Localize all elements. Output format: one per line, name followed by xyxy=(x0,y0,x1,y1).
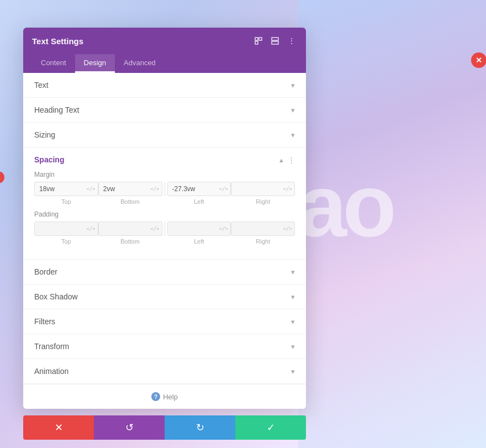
padding-left-half: </> </> xyxy=(34,222,162,236)
undo-button[interactable]: ↺ xyxy=(94,415,165,440)
tab-design[interactable]: Design xyxy=(75,54,115,73)
section-transform[interactable]: Transform ▾ xyxy=(23,334,306,359)
chevron-animation-icon: ▾ xyxy=(291,367,295,376)
chevron-heading-icon: ▾ xyxy=(291,106,295,114)
padding-right-css-icon[interactable]: </> xyxy=(283,226,292,231)
tab-content[interactable]: Content xyxy=(32,54,75,73)
margin-bottom-css-icon[interactable]: </> xyxy=(150,186,159,192)
section-filters-label: Filters xyxy=(34,317,55,326)
padding-left-wrap: </> xyxy=(167,222,231,236)
padding-right-label: Right xyxy=(231,238,295,245)
padding-top-css-icon[interactable]: </> xyxy=(86,226,95,231)
margin-left-label: Left xyxy=(167,198,231,205)
padding-left-css-icon[interactable]: </> xyxy=(219,226,228,231)
bottom-toolbar: ✕ ↺ ↻ ✓ xyxy=(23,415,306,440)
text-settings-panel: Text Settings ⋮ Content Design Advanced xyxy=(23,28,306,409)
help-icon: ? xyxy=(151,392,160,401)
section-filters[interactable]: Filters ▾ xyxy=(23,309,306,334)
chevron-sizing-icon: ▾ xyxy=(291,131,295,139)
padding-divider xyxy=(165,222,165,236)
margin-labels-left: Top Bottom xyxy=(34,198,162,205)
padding-top-label: Top xyxy=(34,238,98,245)
background-text: ao xyxy=(298,155,392,256)
padding-labels-left: Top Bottom xyxy=(34,238,162,245)
section-border-label: Border xyxy=(34,267,57,276)
help-row: ? Help xyxy=(23,384,306,409)
cancel-icon: ✕ xyxy=(55,421,63,434)
redo-icon: ↻ xyxy=(196,421,204,434)
panel-title: Text Settings xyxy=(32,36,83,46)
cancel-button[interactable]: ✕ xyxy=(23,415,94,440)
padding-bottom-label: Bottom xyxy=(98,238,162,245)
section-heading-text[interactable]: Heading Text ▾ xyxy=(23,98,306,123)
margin-top-wrap: </> xyxy=(34,182,98,196)
margin-top-css-icon[interactable]: </> xyxy=(86,186,95,192)
padding-right-wrap: </> xyxy=(231,222,295,236)
margin-right-css-icon[interactable]: </> xyxy=(283,186,292,192)
margin-labels-right: Left Right xyxy=(167,198,295,205)
margin-left-wrap: </> xyxy=(167,182,231,196)
undo-icon: ↺ xyxy=(125,421,134,434)
margin-bottom-label: Bottom xyxy=(98,198,162,205)
margin-label: Margin xyxy=(34,171,295,178)
section-box-shadow[interactable]: Box Shadow ▾ xyxy=(23,284,306,309)
padding-top-wrap: </> xyxy=(34,222,98,236)
spacing-title: Spacing xyxy=(34,155,64,164)
more-icon[interactable]: ⋮ xyxy=(286,35,297,46)
help-text[interactable]: Help xyxy=(163,393,178,401)
padding-labels-row: Top Bottom Left Right xyxy=(34,238,295,245)
margin-right-half: </> </> xyxy=(167,182,295,196)
resize-icon[interactable] xyxy=(253,35,264,46)
chevron-transform-icon: ▾ xyxy=(291,342,295,351)
margin-bottom-wrap: </> xyxy=(98,182,162,196)
spacing-header: Spacing ▴ ⋮ xyxy=(34,155,295,164)
save-icon: ✓ xyxy=(267,421,275,434)
padding-labels-right: Left Right xyxy=(167,238,295,245)
svg-rect-0 xyxy=(255,38,258,40)
margin-inputs-row: </> </> </> </> xyxy=(34,182,295,196)
section-transform-label: Transform xyxy=(34,342,69,351)
padding-left-label: Left xyxy=(167,238,231,245)
section-text[interactable]: Text ▾ xyxy=(23,73,306,98)
chevron-border-icon: ▾ xyxy=(291,268,295,276)
svg-rect-1 xyxy=(259,38,262,40)
margin-top-label: Top xyxy=(34,198,98,205)
section-text-label: Text xyxy=(34,81,49,89)
margin-labels-row: Top Bottom Left Right xyxy=(34,198,295,205)
svg-rect-2 xyxy=(255,41,258,44)
panel-header-icons: ⋮ xyxy=(253,35,297,46)
section-animation[interactable]: Animation ▾ xyxy=(23,359,306,384)
chevron-box-shadow-icon: ▾ xyxy=(291,293,295,301)
section-border[interactable]: Border ▾ xyxy=(23,260,306,284)
padding-inputs-row: </> </> </> </> xyxy=(34,222,295,236)
section-sizing[interactable]: Sizing ▾ xyxy=(23,123,306,147)
svg-rect-3 xyxy=(272,38,278,40)
section-heading-text-label: Heading Text xyxy=(34,106,79,114)
panel-body: Text ▾ Heading Text ▾ Sizing ▾ Spacing ▴… xyxy=(23,73,306,409)
section-sizing-label: Sizing xyxy=(34,130,55,139)
padding-right-half: </> </> xyxy=(167,222,295,236)
chevron-filters-icon: ▾ xyxy=(291,318,295,326)
chevron-up-spacing-icon[interactable]: ▴ xyxy=(279,156,283,164)
spacing-header-icons: ▴ ⋮ xyxy=(279,156,295,164)
margin-left-css-icon[interactable]: </> xyxy=(219,186,228,192)
spacing-section: Spacing ▴ ⋮ Margin </> </> xyxy=(23,147,306,260)
panel-header: Text Settings ⋮ xyxy=(23,28,306,54)
save-button[interactable]: ✓ xyxy=(235,415,306,440)
margin-right-label: Right xyxy=(231,198,295,205)
padding-bottom-css-icon[interactable]: </> xyxy=(150,226,159,231)
tabs-bar: Content Design Advanced xyxy=(23,54,306,73)
panel-close-button[interactable]: ✕ xyxy=(471,52,486,68)
section-animation-label: Animation xyxy=(34,367,68,376)
more-spacing-icon[interactable]: ⋮ xyxy=(288,156,295,164)
layout-icon[interactable] xyxy=(270,35,281,46)
section-box-shadow-label: Box Shadow xyxy=(34,292,78,301)
tab-advanced[interactable]: Advanced xyxy=(115,54,165,73)
svg-rect-4 xyxy=(272,41,278,44)
margin-divider xyxy=(165,182,165,196)
margin-right-wrap: </> xyxy=(231,182,295,196)
padding-label: Padding xyxy=(34,210,295,218)
margin-left-half: </> </> xyxy=(34,182,162,196)
chevron-text-icon: ▾ xyxy=(291,81,295,89)
redo-button[interactable]: ↻ xyxy=(165,415,235,440)
